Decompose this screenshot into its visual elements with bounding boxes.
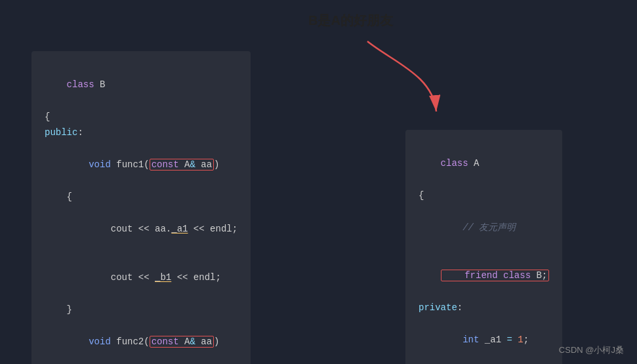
watermark: CSDN @小柯J桑 (559, 344, 624, 356)
line-friend: friend class B; (419, 252, 549, 300)
line-func1: void func1(const A& aa) (45, 141, 237, 190)
line-comment: // 友元声明 (419, 203, 549, 252)
line-class-a: class A (419, 139, 549, 188)
line-func1-brace: { (45, 189, 237, 205)
line-cout-a1: cout << aa._a1 << endl; (45, 205, 237, 254)
line-public: public: (45, 125, 237, 141)
arrow-svg (289, 10, 459, 131)
line-cout-b1: cout << _b1 << endl; (45, 253, 237, 302)
code-block-a: class A { // 友元声明 friend class B; privat… (405, 130, 562, 364)
line-a-brace1: { (419, 188, 549, 204)
line-private-a: private: (419, 300, 549, 316)
line-a1-decl: int _a1 = 1; (419, 316, 549, 365)
line-func2: void func2(const A& aa) (45, 317, 237, 364)
line-class-b: class B (45, 60, 237, 109)
line-func1-close: } (45, 302, 237, 318)
line-brace1: { (45, 109, 237, 125)
code-block-b: class B { public: void func1(const A& aa… (31, 51, 251, 364)
